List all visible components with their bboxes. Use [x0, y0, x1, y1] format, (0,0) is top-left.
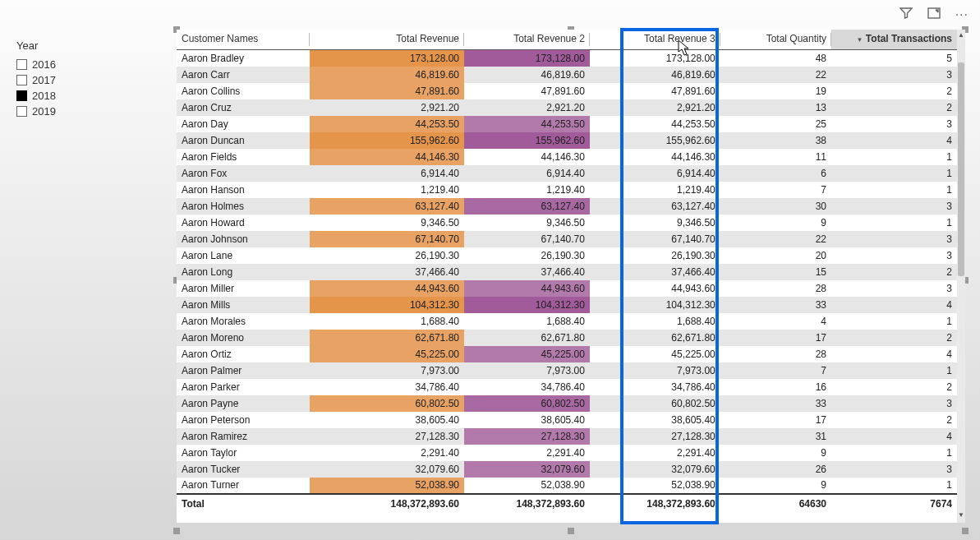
table-row[interactable]: Aaron Fox6,914.406,914.406,914.4061: [177, 165, 957, 182]
cell-revenue2: 155,962.60: [464, 132, 590, 149]
cell-quantity: 38: [720, 132, 831, 149]
cell-transactions: 2: [831, 264, 957, 280]
table-row[interactable]: Aaron Long37,466.4037,466.4037,466.40152: [177, 264, 957, 280]
cell-revenue2: 7,973.00: [464, 362, 590, 379]
table-row[interactable]: Aaron Moreno62,671.8062,671.8062,671.801…: [177, 330, 957, 346]
slicer-item-2018[interactable]: 2018: [16, 88, 148, 104]
table-row[interactable]: Aaron Fields44,146.3044,146.3044,146.301…: [177, 149, 957, 165]
table-row[interactable]: Aaron Turner52,038.9052,038.9052,038.909…: [177, 478, 957, 494]
table-row[interactable]: Aaron Cruz2,921.202,921.202,921.20132: [177, 99, 957, 116]
cell-quantity: 11: [720, 149, 831, 165]
checkbox-icon: [16, 59, 27, 70]
table-row[interactable]: Aaron Day44,253.5044,253.5044,253.50253: [177, 116, 957, 132]
col-header-revenue2[interactable]: Total Revenue 2: [464, 30, 590, 50]
col-header-revenue[interactable]: Total Revenue: [310, 30, 464, 50]
col-header-customer[interactable]: Customer Names: [177, 30, 310, 50]
table-row[interactable]: Aaron Howard9,346.509,346.509,346.5091: [177, 215, 957, 231]
checkbox-checked-icon: [16, 90, 27, 101]
table-row[interactable]: Aaron Mills104,312.30104,312.30104,312.3…: [177, 297, 957, 313]
table-row[interactable]: Aaron Hanson1,219.401,219.401,219.4071: [177, 182, 957, 198]
cell-quantity: 22: [720, 231, 831, 247]
cell-revenue3: 60,802.50: [590, 395, 720, 412]
table-scroll-area[interactable]: Customer Names Total Revenue Total Reven…: [177, 30, 957, 523]
cell-customer: Aaron Fox: [177, 165, 310, 182]
cell-transactions: 1: [831, 313, 957, 330]
cell-customer: Aaron Moreno: [177, 330, 310, 346]
cell-transactions: 1: [831, 445, 957, 461]
slicer-item-2016[interactable]: 2016: [16, 57, 148, 72]
table-visual[interactable]: Customer Names Total Revenue Total Reven…: [177, 30, 965, 531]
cell-revenue3: 38,605.40: [590, 412, 720, 428]
filter-icon[interactable]: [899, 7, 913, 22]
cell-customer: Aaron Tucker: [177, 461, 310, 478]
table-row[interactable]: Aaron Bradley173,128.00173,128.00173,128…: [177, 50, 957, 67]
table-row[interactable]: Aaron Duncan155,962.60155,962.60155,962.…: [177, 132, 957, 149]
cell-revenue3: 173,128.00: [590, 50, 720, 67]
cell-revenue3: 104,312.30: [590, 297, 720, 313]
cell-revenue: 104,312.30: [310, 297, 464, 313]
table-row[interactable]: Aaron Ortiz45,225.0045,225.0045,225.0028…: [177, 346, 957, 362]
slicer-item-2019[interactable]: 2019: [16, 104, 148, 119]
col-header-quantity[interactable]: Total Quantity: [720, 30, 831, 50]
cell-revenue: 7,973.00: [310, 362, 464, 379]
cell-revenue2: 67,140.70: [464, 231, 590, 247]
resize-handle[interactable]: [568, 528, 574, 534]
table-row[interactable]: Aaron Palmer7,973.007,973.007,973.0071: [177, 362, 957, 379]
table-row[interactable]: Aaron Collins47,891.6047,891.6047,891.60…: [177, 83, 957, 99]
table-row[interactable]: Aaron Payne60,802.5060,802.5060,802.5033…: [177, 395, 957, 412]
cell-quantity: 28: [720, 280, 831, 297]
cell-revenue2: 63,127.40: [464, 198, 590, 215]
total-revenue2: 148,372,893.60: [464, 494, 590, 513]
table-row[interactable]: Aaron Taylor2,291.402,291.402,291.4091: [177, 445, 957, 461]
cell-revenue3: 32,079.60: [590, 461, 720, 478]
scroll-up-icon[interactable]: ▲: [957, 31, 965, 41]
table-row[interactable]: Aaron Miller44,943.6044,943.6044,943.602…: [177, 280, 957, 297]
cell-revenue: 6,914.40: [310, 165, 464, 182]
cell-quantity: 33: [720, 395, 831, 412]
resize-handle[interactable]: [962, 528, 968, 534]
cell-transactions: 5: [831, 50, 957, 67]
table-row[interactable]: Aaron Ramirez27,128.3027,128.3027,128.30…: [177, 428, 957, 445]
slicer-item-label: 2018: [32, 90, 56, 102]
cell-revenue: 62,671.80: [310, 330, 464, 346]
cell-revenue3: 44,943.60: [590, 280, 720, 297]
resize-handle[interactable]: [173, 528, 180, 534]
cell-revenue2: 2,291.40: [464, 445, 590, 461]
col-header-transactions[interactable]: ▼ Total Transactions: [831, 30, 957, 50]
focus-mode-icon[interactable]: [927, 7, 941, 22]
table-row[interactable]: Aaron Parker34,786.4034,786.4034,786.401…: [177, 379, 957, 395]
cell-transactions: 3: [831, 395, 957, 412]
cell-revenue2: 32,079.60: [464, 461, 590, 478]
cell-revenue2: 34,786.40: [464, 379, 590, 395]
table-row[interactable]: Aaron Peterson38,605.4038,605.4038,605.4…: [177, 412, 957, 428]
cell-transactions: 2: [831, 412, 957, 428]
more-options-icon[interactable]: ···: [955, 7, 968, 22]
table-row[interactable]: Aaron Tucker32,079.6032,079.6032,079.602…: [177, 461, 957, 478]
slicer-item-2017[interactable]: 2017: [16, 72, 148, 88]
scroll-down-icon[interactable]: ▼: [957, 511, 965, 521]
cell-revenue: 44,146.30: [310, 149, 464, 165]
cell-quantity: 17: [720, 330, 831, 346]
cell-customer: Aaron Mills: [177, 297, 310, 313]
table-row[interactable]: Aaron Lane26,190.3026,190.3026,190.30203: [177, 247, 957, 264]
vertical-scrollbar[interactable]: ▲ ▼: [957, 30, 965, 523]
cell-transactions: 1: [831, 165, 957, 182]
cell-customer: Aaron Howard: [177, 215, 310, 231]
scroll-thumb[interactable]: [958, 62, 964, 276]
cell-customer: Aaron Day: [177, 116, 310, 132]
col-header-revenue3[interactable]: Total Revenue 3: [590, 30, 720, 50]
table-row[interactable]: Aaron Carr46,819.6046,819.6046,819.60223: [177, 67, 957, 83]
cell-quantity: 13: [720, 99, 831, 116]
cell-customer: Aaron Morales: [177, 313, 310, 330]
cell-transactions: 4: [831, 428, 957, 445]
cell-revenue3: 1,219.40: [590, 182, 720, 198]
table-row[interactable]: Aaron Johnson67,140.7067,140.7067,140.70…: [177, 231, 957, 247]
cell-revenue: 1,219.40: [310, 182, 464, 198]
table-row[interactable]: Aaron Morales1,688.401,688.401,688.4041: [177, 313, 957, 330]
table-row[interactable]: Aaron Holmes63,127.4063,127.4063,127.403…: [177, 198, 957, 215]
cell-revenue3: 1,688.40: [590, 313, 720, 330]
cell-revenue2: 2,921.20: [464, 99, 590, 116]
slicer-item-label: 2017: [32, 74, 56, 86]
cell-revenue: 173,128.00: [310, 50, 464, 67]
cell-transactions: 4: [831, 346, 957, 362]
